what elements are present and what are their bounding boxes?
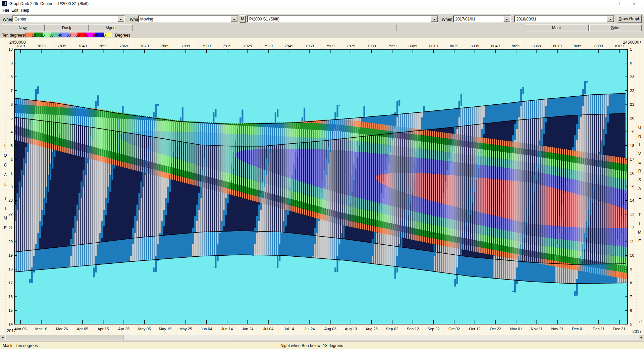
svg-text:7909: 7909 <box>202 44 211 48</box>
chevron-down-icon[interactable] <box>117 16 124 22</box>
svg-text:9: 9 <box>11 61 13 65</box>
svg-text:14: 14 <box>8 322 13 326</box>
altitude-legend: Ten degrees 0102030405060708090 Degrees <box>0 32 644 39</box>
svg-text:V: V <box>638 151 641 156</box>
svg-text:5: 5 <box>11 116 13 120</box>
svg-text:I: I <box>5 206 6 211</box>
chevron-down-icon[interactable] <box>607 16 614 22</box>
svg-text:8: 8 <box>630 281 632 285</box>
svg-text:8: 8 <box>11 75 13 79</box>
svg-text:Dec 21: Dec 21 <box>613 327 625 331</box>
svg-text:Aug 13: Aug 13 <box>345 327 357 331</box>
svg-text:15: 15 <box>630 185 634 189</box>
svg-text:S: S <box>638 178 641 182</box>
svg-text:2017: 2017 <box>7 329 16 333</box>
svg-text:Nov 21: Nov 21 <box>551 327 564 331</box>
moon-button[interactable]: Moon <box>89 24 132 31</box>
svg-text:7: 7 <box>630 295 632 299</box>
svg-text:Jun 24: Jun 24 <box>242 327 254 331</box>
draw-graph-button[interactable]: Draw Graph <box>617 15 642 23</box>
svg-text:rf: rf <box>639 319 642 323</box>
close-button[interactable]: ✕ <box>628 0 640 7</box>
svg-text:8019: 8019 <box>429 44 438 48</box>
svg-text:8039: 8039 <box>471 44 479 48</box>
svg-text:16: 16 <box>630 171 634 175</box>
svg-text:5: 5 <box>630 322 632 326</box>
what-select[interactable]: Moving <box>138 15 238 22</box>
svg-text:Jul 14: Jul 14 <box>284 327 294 331</box>
chevron-down-icon[interactable] <box>503 16 510 22</box>
svg-text:8109: 8109 <box>615 44 624 48</box>
menu-bar: File Edit Help <box>0 7 644 13</box>
m-button[interactable]: M <box>240 15 246 22</box>
legend-tick-label: 60 <box>75 33 79 37</box>
svg-text:8049: 8049 <box>491 44 500 48</box>
svg-text:10: 10 <box>8 47 13 51</box>
svg-text:4: 4 <box>11 130 13 134</box>
svg-text:11: 11 <box>630 240 634 244</box>
svg-text:22: 22 <box>8 212 13 216</box>
svg-text:7879: 7879 <box>140 44 149 48</box>
status-separator <box>380 342 380 348</box>
svg-text:2450000+: 2450000+ <box>623 40 642 45</box>
chevron-down-icon[interactable] <box>231 16 237 22</box>
legend-tick-label: 70 <box>84 33 88 37</box>
date-to-select[interactable]: 2018/03/31 <box>514 15 614 22</box>
svg-text:U: U <box>638 125 641 130</box>
svg-text:E: E <box>638 160 641 165</box>
svg-text:M: M <box>638 230 641 235</box>
chevron-down-icon[interactable] <box>431 16 438 22</box>
svg-text:O: O <box>4 153 7 158</box>
svg-text:6: 6 <box>630 308 632 312</box>
svg-text:7829: 7829 <box>37 44 46 48</box>
where-select[interactable]: Center <box>12 15 125 22</box>
legend-label: Ten degrees <box>2 33 24 38</box>
now-button[interactable]: Now <box>1 24 45 31</box>
svg-text:7999: 7999 <box>388 44 397 48</box>
svg-text:1: 1 <box>630 47 632 51</box>
mask-button[interactable]: Mask <box>525 24 589 31</box>
scrollbar-thumb[interactable] <box>5 335 123 340</box>
svg-text:7939: 7939 <box>264 44 273 48</box>
svg-text:Jul 24: Jul 24 <box>305 327 315 331</box>
date-from-select[interactable]: 2017/01/01 <box>453 15 511 22</box>
svg-text:10: 10 <box>630 253 634 257</box>
svg-text:21: 21 <box>8 226 13 230</box>
menu-edit[interactable]: Edit <box>10 8 20 13</box>
svg-text:14: 14 <box>630 198 634 202</box>
svg-text:7959: 7959 <box>305 44 314 48</box>
horizontal-scrollbar[interactable]: ◄ ► <box>0 335 644 340</box>
svg-text:20: 20 <box>630 116 634 120</box>
grids-button[interactable]: Grids <box>589 24 642 31</box>
legend-color-bar: 0102030405060708090 <box>25 33 112 37</box>
minimize-button[interactable]: – <box>597 0 609 7</box>
object-select[interactable]: P/2000 S1 (Skiff) <box>247 15 438 22</box>
restore-button[interactable]: ❐ <box>613 0 624 7</box>
svg-text:7989: 7989 <box>367 44 376 48</box>
svg-text:A: A <box>638 186 641 191</box>
scroll-right-icon[interactable]: ► <box>639 335 644 340</box>
svg-text:Oct 12: Oct 12 <box>469 327 481 331</box>
svg-text:8069: 8069 <box>532 44 541 48</box>
svg-text:Nov 11: Nov 11 <box>531 327 543 331</box>
svg-text:6: 6 <box>11 102 13 106</box>
toolbar-main: Where Center What Moving M P/2000 S1 (Sk… <box>0 13 644 25</box>
svg-text:1: 1 <box>11 171 13 175</box>
svg-text:Mar 06: Mar 06 <box>15 327 27 331</box>
svg-text:L: L <box>4 143 7 148</box>
svg-text:8029: 8029 <box>450 44 459 48</box>
svg-text:0: 0 <box>11 185 13 189</box>
svg-text:16: 16 <box>8 295 13 299</box>
svg-text:19: 19 <box>630 130 634 134</box>
scroll-left-icon[interactable]: ◄ <box>0 335 5 340</box>
legend-tick-label: 10 <box>32 33 36 37</box>
svg-text:Sep 02: Sep 02 <box>386 327 398 331</box>
svg-text:7919: 7919 <box>223 44 231 48</box>
svg-text:18: 18 <box>630 144 634 148</box>
dusk-button[interactable]: Dusk <box>45 24 89 31</box>
svg-text:13: 13 <box>630 212 634 216</box>
svg-text:T: T <box>638 212 641 217</box>
darkness-graph-svg: 7819782978397849785978697879788978997909… <box>0 38 644 335</box>
menu-file[interactable]: File <box>1 8 10 13</box>
menu-help[interactable]: Help <box>19 8 31 13</box>
